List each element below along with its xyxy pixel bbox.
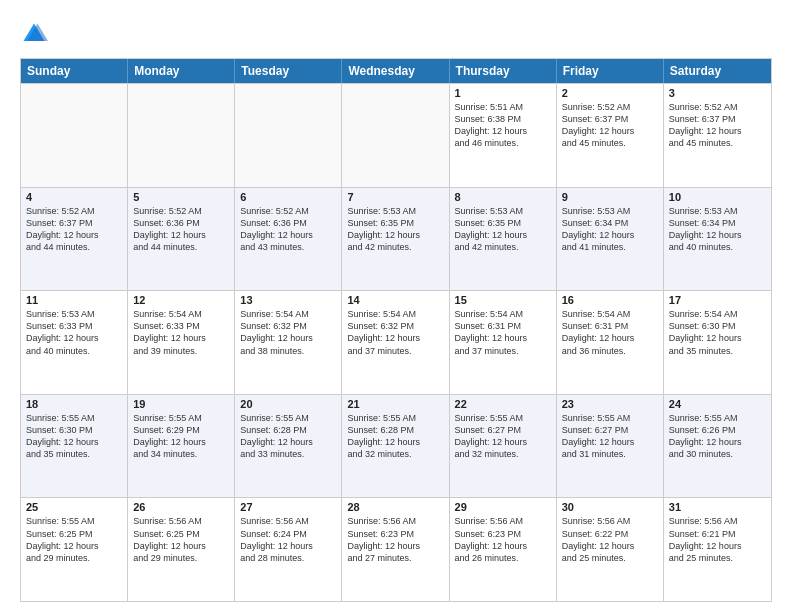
header bbox=[20, 16, 772, 48]
page: SundayMondayTuesdayWednesdayThursdayFrid… bbox=[0, 0, 792, 612]
calendar-cell: 10Sunrise: 5:53 AM Sunset: 6:34 PM Dayli… bbox=[664, 188, 771, 291]
calendar-cell: 2Sunrise: 5:52 AM Sunset: 6:37 PM Daylig… bbox=[557, 84, 664, 187]
logo-icon bbox=[20, 20, 48, 48]
cell-day-number: 7 bbox=[347, 191, 443, 203]
cell-day-number: 15 bbox=[455, 294, 551, 306]
calendar-row: 1Sunrise: 5:51 AM Sunset: 6:38 PM Daylig… bbox=[21, 83, 771, 187]
cell-day-number: 16 bbox=[562, 294, 658, 306]
calendar-cell: 15Sunrise: 5:54 AM Sunset: 6:31 PM Dayli… bbox=[450, 291, 557, 394]
calendar-cell: 6Sunrise: 5:52 AM Sunset: 6:36 PM Daylig… bbox=[235, 188, 342, 291]
calendar-header-cell: Tuesday bbox=[235, 59, 342, 83]
calendar-cell: 28Sunrise: 5:56 AM Sunset: 6:23 PM Dayli… bbox=[342, 498, 449, 601]
calendar-cell: 8Sunrise: 5:53 AM Sunset: 6:35 PM Daylig… bbox=[450, 188, 557, 291]
cell-day-number: 6 bbox=[240, 191, 336, 203]
cell-info: Sunrise: 5:53 AM Sunset: 6:34 PM Dayligh… bbox=[562, 205, 658, 254]
calendar-cell: 12Sunrise: 5:54 AM Sunset: 6:33 PM Dayli… bbox=[128, 291, 235, 394]
calendar-row: 18Sunrise: 5:55 AM Sunset: 6:30 PM Dayli… bbox=[21, 394, 771, 498]
calendar-cell: 17Sunrise: 5:54 AM Sunset: 6:30 PM Dayli… bbox=[664, 291, 771, 394]
cell-info: Sunrise: 5:54 AM Sunset: 6:30 PM Dayligh… bbox=[669, 308, 766, 357]
cell-info: Sunrise: 5:55 AM Sunset: 6:29 PM Dayligh… bbox=[133, 412, 229, 461]
cell-info: Sunrise: 5:53 AM Sunset: 6:33 PM Dayligh… bbox=[26, 308, 122, 357]
calendar: SundayMondayTuesdayWednesdayThursdayFrid… bbox=[20, 58, 772, 602]
calendar-cell: 9Sunrise: 5:53 AM Sunset: 6:34 PM Daylig… bbox=[557, 188, 664, 291]
cell-info: Sunrise: 5:56 AM Sunset: 6:22 PM Dayligh… bbox=[562, 515, 658, 564]
cell-info: Sunrise: 5:53 AM Sunset: 6:35 PM Dayligh… bbox=[347, 205, 443, 254]
cell-day-number: 29 bbox=[455, 501, 551, 513]
cell-info: Sunrise: 5:56 AM Sunset: 6:25 PM Dayligh… bbox=[133, 515, 229, 564]
cell-info: Sunrise: 5:56 AM Sunset: 6:21 PM Dayligh… bbox=[669, 515, 766, 564]
calendar-header: SundayMondayTuesdayWednesdayThursdayFrid… bbox=[21, 59, 771, 83]
cell-day-number: 11 bbox=[26, 294, 122, 306]
calendar-cell: 26Sunrise: 5:56 AM Sunset: 6:25 PM Dayli… bbox=[128, 498, 235, 601]
cell-info: Sunrise: 5:55 AM Sunset: 6:27 PM Dayligh… bbox=[562, 412, 658, 461]
cell-day-number: 13 bbox=[240, 294, 336, 306]
cell-day-number: 31 bbox=[669, 501, 766, 513]
cell-info: Sunrise: 5:55 AM Sunset: 6:27 PM Dayligh… bbox=[455, 412, 551, 461]
cell-day-number: 10 bbox=[669, 191, 766, 203]
calendar-row: 11Sunrise: 5:53 AM Sunset: 6:33 PM Dayli… bbox=[21, 290, 771, 394]
cell-info: Sunrise: 5:55 AM Sunset: 6:25 PM Dayligh… bbox=[26, 515, 122, 564]
calendar-cell: 18Sunrise: 5:55 AM Sunset: 6:30 PM Dayli… bbox=[21, 395, 128, 498]
cell-info: Sunrise: 5:52 AM Sunset: 6:37 PM Dayligh… bbox=[562, 101, 658, 150]
cell-day-number: 1 bbox=[455, 87, 551, 99]
calendar-cell bbox=[342, 84, 449, 187]
cell-day-number: 27 bbox=[240, 501, 336, 513]
cell-day-number: 24 bbox=[669, 398, 766, 410]
cell-info: Sunrise: 5:56 AM Sunset: 6:23 PM Dayligh… bbox=[347, 515, 443, 564]
cell-day-number: 30 bbox=[562, 501, 658, 513]
cell-info: Sunrise: 5:54 AM Sunset: 6:33 PM Dayligh… bbox=[133, 308, 229, 357]
cell-info: Sunrise: 5:53 AM Sunset: 6:35 PM Dayligh… bbox=[455, 205, 551, 254]
cell-info: Sunrise: 5:52 AM Sunset: 6:36 PM Dayligh… bbox=[133, 205, 229, 254]
calendar-cell: 29Sunrise: 5:56 AM Sunset: 6:23 PM Dayli… bbox=[450, 498, 557, 601]
calendar-cell: 7Sunrise: 5:53 AM Sunset: 6:35 PM Daylig… bbox=[342, 188, 449, 291]
cell-day-number: 14 bbox=[347, 294, 443, 306]
cell-day-number: 20 bbox=[240, 398, 336, 410]
calendar-cell: 24Sunrise: 5:55 AM Sunset: 6:26 PM Dayli… bbox=[664, 395, 771, 498]
calendar-cell: 20Sunrise: 5:55 AM Sunset: 6:28 PM Dayli… bbox=[235, 395, 342, 498]
calendar-cell bbox=[235, 84, 342, 187]
cell-info: Sunrise: 5:55 AM Sunset: 6:30 PM Dayligh… bbox=[26, 412, 122, 461]
calendar-cell bbox=[21, 84, 128, 187]
cell-day-number: 26 bbox=[133, 501, 229, 513]
cell-day-number: 22 bbox=[455, 398, 551, 410]
cell-day-number: 3 bbox=[669, 87, 766, 99]
cell-day-number: 19 bbox=[133, 398, 229, 410]
calendar-cell: 14Sunrise: 5:54 AM Sunset: 6:32 PM Dayli… bbox=[342, 291, 449, 394]
calendar-cell bbox=[128, 84, 235, 187]
cell-info: Sunrise: 5:54 AM Sunset: 6:31 PM Dayligh… bbox=[562, 308, 658, 357]
cell-day-number: 28 bbox=[347, 501, 443, 513]
calendar-cell: 4Sunrise: 5:52 AM Sunset: 6:37 PM Daylig… bbox=[21, 188, 128, 291]
calendar-cell: 23Sunrise: 5:55 AM Sunset: 6:27 PM Dayli… bbox=[557, 395, 664, 498]
calendar-cell: 22Sunrise: 5:55 AM Sunset: 6:27 PM Dayli… bbox=[450, 395, 557, 498]
cell-info: Sunrise: 5:52 AM Sunset: 6:36 PM Dayligh… bbox=[240, 205, 336, 254]
cell-day-number: 12 bbox=[133, 294, 229, 306]
calendar-cell: 21Sunrise: 5:55 AM Sunset: 6:28 PM Dayli… bbox=[342, 395, 449, 498]
cell-info: Sunrise: 5:56 AM Sunset: 6:24 PM Dayligh… bbox=[240, 515, 336, 564]
cell-info: Sunrise: 5:51 AM Sunset: 6:38 PM Dayligh… bbox=[455, 101, 551, 150]
calendar-header-cell: Wednesday bbox=[342, 59, 449, 83]
cell-day-number: 4 bbox=[26, 191, 122, 203]
cell-day-number: 23 bbox=[562, 398, 658, 410]
cell-info: Sunrise: 5:54 AM Sunset: 6:32 PM Dayligh… bbox=[240, 308, 336, 357]
cell-day-number: 8 bbox=[455, 191, 551, 203]
calendar-cell: 5Sunrise: 5:52 AM Sunset: 6:36 PM Daylig… bbox=[128, 188, 235, 291]
cell-info: Sunrise: 5:52 AM Sunset: 6:37 PM Dayligh… bbox=[26, 205, 122, 254]
calendar-cell: 11Sunrise: 5:53 AM Sunset: 6:33 PM Dayli… bbox=[21, 291, 128, 394]
calendar-body: 1Sunrise: 5:51 AM Sunset: 6:38 PM Daylig… bbox=[21, 83, 771, 601]
calendar-cell: 3Sunrise: 5:52 AM Sunset: 6:37 PM Daylig… bbox=[664, 84, 771, 187]
cell-day-number: 21 bbox=[347, 398, 443, 410]
calendar-cell: 27Sunrise: 5:56 AM Sunset: 6:24 PM Dayli… bbox=[235, 498, 342, 601]
calendar-row: 25Sunrise: 5:55 AM Sunset: 6:25 PM Dayli… bbox=[21, 497, 771, 601]
cell-info: Sunrise: 5:53 AM Sunset: 6:34 PM Dayligh… bbox=[669, 205, 766, 254]
calendar-header-cell: Thursday bbox=[450, 59, 557, 83]
calendar-row: 4Sunrise: 5:52 AM Sunset: 6:37 PM Daylig… bbox=[21, 187, 771, 291]
calendar-cell: 16Sunrise: 5:54 AM Sunset: 6:31 PM Dayli… bbox=[557, 291, 664, 394]
cell-day-number: 25 bbox=[26, 501, 122, 513]
cell-day-number: 5 bbox=[133, 191, 229, 203]
cell-info: Sunrise: 5:54 AM Sunset: 6:31 PM Dayligh… bbox=[455, 308, 551, 357]
calendar-header-cell: Monday bbox=[128, 59, 235, 83]
cell-info: Sunrise: 5:55 AM Sunset: 6:28 PM Dayligh… bbox=[240, 412, 336, 461]
cell-info: Sunrise: 5:56 AM Sunset: 6:23 PM Dayligh… bbox=[455, 515, 551, 564]
calendar-header-cell: Friday bbox=[557, 59, 664, 83]
calendar-cell: 19Sunrise: 5:55 AM Sunset: 6:29 PM Dayli… bbox=[128, 395, 235, 498]
